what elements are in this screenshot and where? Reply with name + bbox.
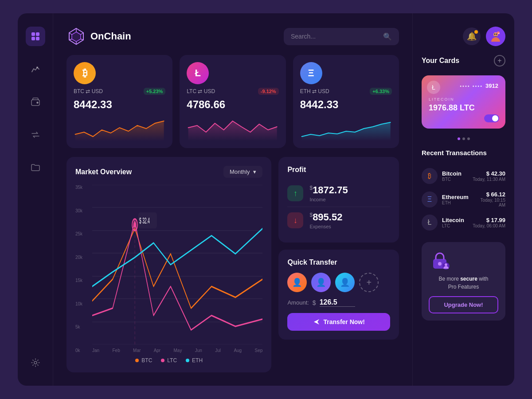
ltc-icon: Ł <box>187 62 209 84</box>
qt-avatar-3[interactable]: 👤 <box>335 273 355 292</box>
txn-amount-ethereum: $ 66.12 <box>473 191 505 198</box>
user-avatar-icon: ★ <box>489 30 502 43</box>
txn-item-ethereum: Ξ Ethereum ETH $ 66.12 Today, 10:15 AM <box>422 188 505 210</box>
btc-icon: ₿ <box>74 62 96 84</box>
txn-time-bitcoin: Today, 11:30 AM <box>473 177 505 182</box>
ltc-pair: LTC ⇄ USD <box>187 88 215 94</box>
logo: OnChain <box>66 27 275 46</box>
txn-item-litecoin: Ł Litecoin LTC $ 17.99 Today, 06:00 AM <box>422 212 505 233</box>
btc-change: +5.23% <box>144 88 166 95</box>
legend-ltc: LTC <box>161 357 177 364</box>
pro-description-text: Be more secure withPro Features <box>429 275 498 291</box>
send-icon <box>313 318 320 325</box>
card-toggle[interactable] <box>484 114 499 122</box>
your-cards-title: Your Cards <box>422 57 459 65</box>
legend-btc: BTC <box>135 357 152 364</box>
btc-chart <box>74 114 165 141</box>
right-panel: 🔔 ★ Your Cards + Ł <box>412 13 514 386</box>
sidebar-item-chart[interactable] <box>26 59 45 79</box>
expense-row: ↓ $895.52 Expenses <box>287 207 390 234</box>
svg-rect-3 <box>36 37 39 40</box>
pro-lock-icon <box>429 249 498 271</box>
txn-item-bitcoin: ₿ Bitcoin BTC $ 42.30 Today, 11:30 AM <box>422 165 505 187</box>
svg-point-6 <box>34 361 37 364</box>
profit-title: Profit <box>287 166 390 174</box>
transfer-now-button[interactable]: Transfer Now! <box>287 313 390 331</box>
svg-point-4 <box>36 66 38 68</box>
right-bottom-column: Profit ↑ $1872.75 Income ↓ $895.52 Expen… <box>278 157 399 372</box>
svg-point-30 <box>496 34 497 35</box>
profit-card: Profit ↑ $1872.75 Income ↓ $895.52 Expen… <box>278 157 399 243</box>
your-cards-header: Your Cards + <box>422 55 505 66</box>
card-info: LITECOIN 1976.88 LTC <box>429 97 498 113</box>
income-label: Income <box>309 197 348 202</box>
qt-avatar-1[interactable]: 👤 <box>287 273 307 292</box>
sidebar-item-dashboard[interactable] <box>26 27 45 46</box>
income-row: ↑ $1872.75 Income <box>287 180 390 207</box>
crypto-card-ltc[interactable]: Ł LTC ⇄ USD -9.12% 4786.66 <box>180 55 286 148</box>
crypto-cards-row: ₿ BTC ⇄ USD +5.23% 8442.33 <box>66 55 399 148</box>
dashboard: OnChain 🔍 ₿ BTC ⇄ USD +5.23% 8442.33 <box>18 13 514 386</box>
txn-type-litecoin: LTC <box>442 223 468 228</box>
txn-name-litecoin: Litecoin <box>442 217 468 223</box>
card-nav-dot-2[interactable] <box>462 137 465 140</box>
user-avatar-button[interactable]: ★ <box>486 27 505 46</box>
card-toggle-knob <box>492 115 498 121</box>
qt-amount-input[interactable] <box>320 298 355 307</box>
main-content: OnChain 🔍 ₿ BTC ⇄ USD +5.23% 8442.33 <box>53 13 412 386</box>
market-overview-card: Market Overview Monthly ▾ 35k 30k 25k 20… <box>66 157 271 372</box>
crypto-card-btc[interactable]: ₿ BTC ⇄ USD +5.23% 8442.33 <box>66 55 172 148</box>
expense-arrow-icon: ↓ <box>287 212 303 228</box>
svg-rect-1 <box>36 32 39 36</box>
notification-button[interactable]: 🔔 <box>463 27 481 45</box>
crypto-card-eth[interactable]: Ξ ETH ⇄ USD +6.33% 8442.33 <box>293 55 399 148</box>
upgrade-now-button[interactable]: Upgrade Now! <box>429 296 498 313</box>
ltc-header: LTC ⇄ USD -9.12% <box>187 88 278 95</box>
transfer-btn-label: Transfer Now! <box>324 318 365 325</box>
x-axis-labels: JanFebMarAprMayJunJulAugSep <box>92 348 262 353</box>
txn-amounts-ethereum: $ 66.12 Today, 10:15 AM <box>473 191 505 207</box>
btc-header: BTC ⇄ USD +5.23% <box>74 88 165 95</box>
eth-icon: Ξ <box>300 62 322 84</box>
card-label: LITECOIN <box>429 97 498 102</box>
txn-amount-bitcoin: $ 42.30 <box>473 170 505 177</box>
transactions-list: ₿ Bitcoin BTC $ 42.30 Today, 11:30 AM Ξ … <box>422 165 505 233</box>
sidebar-item-settings[interactable] <box>26 353 45 372</box>
period-dropdown[interactable]: Monthly ▾ <box>223 166 263 178</box>
card-coin-icon: Ł <box>427 81 440 94</box>
sidebar-item-folder[interactable] <box>26 158 45 177</box>
txn-name-ethereum: Ethereum <box>442 194 469 200</box>
ltc-dot <box>161 359 164 362</box>
txn-icon-btc: ₿ <box>422 168 438 184</box>
panel-header: 🔔 ★ <box>422 27 505 46</box>
add-card-button[interactable]: + <box>494 55 505 66</box>
txn-time-litecoin: Today, 06:00 AM <box>473 223 505 228</box>
recent-transactions-title: Recent Transactions <box>422 149 505 156</box>
ltc-chart <box>187 114 278 141</box>
txn-amount-litecoin: $ 17.99 <box>473 217 505 223</box>
card-nav-dot-3[interactable] <box>467 137 470 140</box>
income-info: $1872.75 Income <box>309 184 348 202</box>
qt-avatars: 👤 👤 👤 + <box>287 273 390 292</box>
txn-name-bitcoin: Bitcoin <box>442 170 468 177</box>
txn-info-litecoin: Litecoin LTC <box>442 217 468 228</box>
qt-amount-row: Amount: $ <box>287 298 390 307</box>
sidebar-item-exchange[interactable] <box>26 125 45 145</box>
search-input[interactable] <box>291 33 379 40</box>
search-bar[interactable]: 🔍 <box>284 28 399 45</box>
search-icon: 🔍 <box>383 32 392 41</box>
qt-add-button[interactable]: + <box>359 273 379 292</box>
ltc-change: -9.12% <box>258 88 279 95</box>
qt-avatar-2[interactable]: 👤 <box>311 273 331 292</box>
notification-dot <box>474 30 478 34</box>
dropdown-label: Monthly <box>230 168 250 175</box>
txn-icon-ltc: Ł <box>422 215 438 231</box>
sidebar-item-wallet[interactable] <box>26 92 45 112</box>
card-nav-dot-1[interactable] <box>458 137 460 140</box>
market-header: Market Overview Monthly ▾ <box>75 166 262 178</box>
expense-amount: $895.52 <box>309 211 342 223</box>
card-mask-dots: •••• •••• <box>460 83 483 89</box>
ltc-value: 4786.66 <box>187 98 278 111</box>
btc-dot <box>135 359 139 362</box>
svg-point-29 <box>494 34 496 35</box>
